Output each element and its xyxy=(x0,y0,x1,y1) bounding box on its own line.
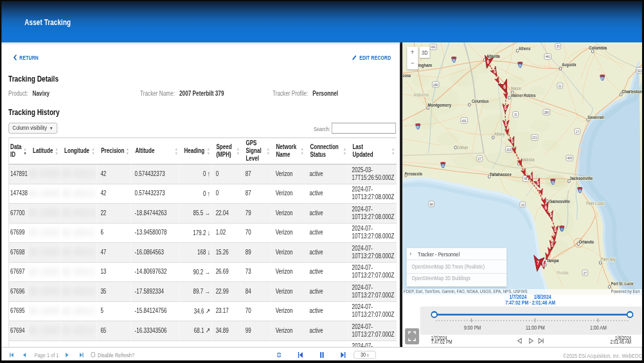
svg-text:5: 5 xyxy=(494,68,496,75)
svg-text:319: 319 xyxy=(506,147,512,152)
svg-text:Macon: Macon xyxy=(510,85,521,91)
svg-text:Gainesville: Gainesville xyxy=(549,199,569,204)
svg-text:5: 5 xyxy=(511,137,514,144)
svg-text:Savannah: Savannah xyxy=(587,114,604,120)
svg-text:Orlando: Orlando xyxy=(578,239,593,244)
svg-text:Port St. Lucie: Port St. Lucie xyxy=(611,281,634,286)
svg-text:521: 521 xyxy=(637,68,642,73)
svg-text:221: 221 xyxy=(532,135,537,139)
svg-text:Alabama: Alabama xyxy=(413,92,429,97)
svg-text:11: 11 xyxy=(514,112,517,116)
svg-text:Jacksonville: Jacksonville xyxy=(569,175,593,181)
svg-text:6: 6 xyxy=(544,204,547,210)
svg-text:441: 441 xyxy=(545,54,550,58)
svg-text:431: 431 xyxy=(461,118,467,123)
svg-text:280: 280 xyxy=(544,110,549,114)
svg-text:280: 280 xyxy=(433,82,438,87)
svg-text:Palm Coast: Palm Coast xyxy=(586,200,604,206)
svg-text:Albany: Albany xyxy=(494,131,505,136)
svg-text:Warner Robins: Warner Robins xyxy=(511,93,536,98)
svg-text:Athens: Athens xyxy=(519,46,531,51)
svg-text:5: 5 xyxy=(537,180,539,186)
svg-text:19: 19 xyxy=(521,202,524,207)
svg-text:17: 17 xyxy=(576,129,579,134)
svg-text:Augusta: Augusta xyxy=(562,62,576,67)
svg-text:Dothan: Dothan xyxy=(457,145,469,150)
svg-text:Tallahassee: Tallahassee xyxy=(489,172,511,177)
svg-text:5: 5 xyxy=(550,212,552,218)
svg-text:6: 6 xyxy=(503,84,506,90)
svg-text:Columbus: Columbus xyxy=(472,98,489,103)
svg-text:5: 5 xyxy=(530,173,532,180)
svg-text:5: 5 xyxy=(554,227,557,233)
svg-text:Palm Bay: Palm Bay xyxy=(600,256,616,261)
svg-text:405: 405 xyxy=(567,155,572,160)
svg-text:Columbia: Columbia xyxy=(589,45,607,50)
svg-text:Florida: Florida xyxy=(557,270,568,275)
svg-text:5: 5 xyxy=(551,242,553,248)
svg-text:7: 7 xyxy=(537,260,539,266)
svg-text:5: 5 xyxy=(504,104,506,111)
svg-text:Montgomery: Montgomery xyxy=(427,102,451,108)
svg-text:Tampa: Tampa xyxy=(546,258,559,263)
svg-text:25: 25 xyxy=(556,44,559,48)
svg-text:98: 98 xyxy=(429,202,433,206)
svg-text:5: 5 xyxy=(505,121,507,127)
svg-text:Pensacola: Pensacola xyxy=(404,171,422,176)
svg-text:21: 21 xyxy=(559,84,562,88)
svg-text:Tuscaloosa: Tuscaloosa xyxy=(402,73,411,78)
svg-text:431: 431 xyxy=(431,44,436,49)
svg-text:27: 27 xyxy=(478,156,481,161)
svg-text:Charleston: Charleston xyxy=(622,89,642,94)
svg-text:6: 6 xyxy=(487,58,489,65)
svg-text:5: 5 xyxy=(542,261,544,268)
svg-text:Valdosta: Valdosta xyxy=(521,157,535,162)
svg-text:27: 27 xyxy=(583,270,586,275)
